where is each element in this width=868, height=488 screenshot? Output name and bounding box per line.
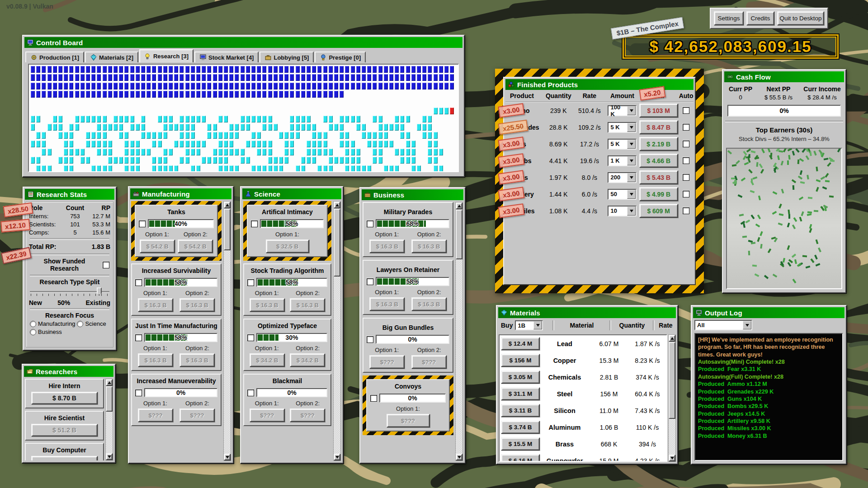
- output-log-titlebar[interactable]: Output Log: [693, 307, 844, 318]
- focus-radio-manufacturing[interactable]: [30, 321, 36, 327]
- option2-button[interactable]: $ 16.3 B: [179, 353, 215, 367]
- option2-button[interactable]: $ 54.2 B: [178, 239, 213, 253]
- chevron-down-icon[interactable]: [627, 123, 636, 132]
- option1-button[interactable]: $ 16.3 B: [369, 297, 405, 311]
- buy-material-button[interactable]: $ 3.11 B: [501, 404, 540, 417]
- materials-titlebar[interactable]: Materials: [498, 307, 676, 318]
- option1-button[interactable]: $ 54.2 B: [140, 239, 175, 253]
- fund-checkbox[interactable]: [247, 389, 254, 396]
- buy-material-button[interactable]: $ 31.1 M: [501, 387, 540, 400]
- manufacturing-scrollbar[interactable]: [223, 201, 231, 461]
- chevron-down-icon[interactable]: [627, 206, 636, 216]
- auto-sell-checkbox[interactable]: [683, 124, 689, 131]
- buy-material-button[interactable]: $ 3.05 M: [501, 371, 540, 384]
- scroll-thumb[interactable]: [334, 209, 340, 277]
- buy-material-button[interactable]: $ 156 M: [501, 354, 540, 367]
- auto-sell-checkbox[interactable]: [683, 141, 689, 147]
- science-titlebar[interactable]: Science: [242, 188, 341, 199]
- fund-checkbox[interactable]: [370, 395, 377, 402]
- cash-flow-titlebar[interactable]: Cash Flow: [724, 71, 844, 82]
- fund-checkbox[interactable]: [135, 279, 142, 286]
- option2-button[interactable]: $ 16.3 B: [179, 298, 215, 312]
- option1-button[interactable]: $???: [250, 408, 285, 422]
- tab-lobbying[interactable]: Lobbying [5]: [259, 52, 314, 62]
- scroll-down-button[interactable]: [224, 454, 231, 460]
- option1-button[interactable]: $???: [369, 355, 405, 369]
- option1-button[interactable]: $ 34.2 B: [250, 353, 285, 367]
- fund-checkbox[interactable]: [251, 221, 258, 227]
- tab-materials[interactable]: Materials [2]: [85, 52, 138, 62]
- fund-checkbox[interactable]: [139, 221, 146, 227]
- hire-scientist-button[interactable]: $ 51.2 B: [31, 424, 98, 436]
- tab-stock-market[interactable]: Stock Market [4]: [194, 52, 259, 62]
- researchers-scrollbar[interactable]: [105, 379, 113, 460]
- chevron-down-icon[interactable]: [627, 140, 636, 149]
- scroll-thumb[interactable]: [106, 386, 113, 412]
- business-scrollbar[interactable]: [455, 202, 463, 461]
- auto-sell-checkbox[interactable]: [683, 191, 689, 197]
- fund-checkbox[interactable]: [247, 279, 254, 286]
- materials-scrollbar[interactable]: [668, 334, 676, 462]
- amount-select[interactable]: 10: [608, 206, 637, 216]
- option2-button[interactable]: $ 16.3 B: [411, 297, 447, 311]
- scroll-thumb[interactable]: [224, 209, 231, 250]
- buy-material-button[interactable]: $ 3.74 B: [501, 421, 540, 434]
- chevron-down-icon[interactable]: [627, 190, 636, 199]
- option2-button[interactable]: $???: [179, 408, 215, 422]
- show-funded-checkbox[interactable]: [103, 262, 109, 268]
- chevron-down-icon[interactable]: [627, 156, 636, 165]
- option1-button[interactable]: $ 32.5 B: [266, 239, 309, 253]
- option1-button[interactable]: $ 16.3 B: [369, 239, 405, 253]
- option2-button[interactable]: $ 34.2 B: [290, 353, 325, 367]
- focus-radio-science[interactable]: [77, 321, 83, 327]
- scroll-down-button[interactable]: [456, 454, 462, 460]
- sell-button[interactable]: $ 4.99 B: [639, 187, 678, 201]
- option2-button[interactable]: $???: [411, 355, 447, 369]
- research-grid-panel[interactable]: [28, 64, 459, 172]
- scroll-up-button[interactable]: [224, 202, 231, 208]
- tab-production[interactable]: Production [1]: [25, 52, 84, 62]
- auto-sell-checkbox[interactable]: [683, 174, 689, 181]
- scroll-thumb[interactable]: [456, 210, 462, 259]
- chevron-down-icon[interactable]: [533, 321, 542, 329]
- auto-sell-checkbox[interactable]: [683, 107, 689, 114]
- credits-button[interactable]: Credits: [746, 11, 774, 25]
- option1-button[interactable]: $ 16.3 B: [250, 298, 285, 312]
- control-board-titlebar[interactable]: Control Board: [24, 37, 462, 48]
- hire-intern-button[interactable]: $ 8.70 B: [31, 392, 98, 404]
- fund-checkbox[interactable]: [135, 389, 142, 396]
- amount-select[interactable]: 50: [608, 189, 637, 200]
- buy-material-button[interactable]: $ 15.5 M: [501, 437, 540, 450]
- buy-material-button[interactable]: $ 6.16 M: [501, 454, 540, 462]
- tab-prestige[interactable]: Prestige [0]: [315, 52, 366, 62]
- buy-computer-button[interactable]: [31, 456, 98, 460]
- research-stats-titlebar[interactable]: Research Stats: [25, 189, 114, 200]
- amount-select[interactable]: 5 K: [608, 139, 637, 150]
- sell-button[interactable]: $ 4.66 B: [639, 154, 678, 168]
- option2-button[interactable]: $???: [290, 408, 325, 422]
- focus-radio-business[interactable]: [30, 329, 36, 335]
- fund-checkbox[interactable]: [135, 334, 142, 341]
- fund-checkbox[interactable]: [367, 221, 373, 227]
- option1-button[interactable]: $???: [138, 408, 173, 422]
- fund-checkbox[interactable]: [367, 336, 373, 343]
- scroll-down-button[interactable]: [334, 454, 340, 460]
- sell-button[interactable]: $ 103 M: [639, 103, 678, 117]
- amount-select[interactable]: 100 K: [608, 105, 637, 116]
- scroll-up-button[interactable]: [334, 202, 340, 208]
- amount-select[interactable]: 5 K: [608, 122, 637, 133]
- sell-button[interactable]: $ 2.19 B: [639, 137, 678, 151]
- option1-button[interactable]: $???: [387, 414, 430, 427]
- chevron-down-icon[interactable]: [627, 106, 636, 115]
- fund-checkbox[interactable]: [367, 278, 373, 285]
- amount-select[interactable]: 200: [608, 172, 637, 183]
- scroll-down-button[interactable]: [106, 453, 113, 460]
- option1-button[interactable]: $ 16.3 B: [138, 298, 173, 312]
- tab-research[interactable]: Research [3]: [139, 49, 193, 62]
- option2-button[interactable]: $ 16.3 B: [290, 298, 325, 312]
- buy-material-button[interactable]: $ 12.4 M: [501, 337, 540, 350]
- science-scrollbar[interactable]: [333, 201, 341, 461]
- settings-button[interactable]: Settings: [714, 11, 744, 25]
- quit-to-desktop-button[interactable]: Quit to Desktop: [777, 11, 824, 25]
- auto-sell-checkbox[interactable]: [683, 207, 689, 214]
